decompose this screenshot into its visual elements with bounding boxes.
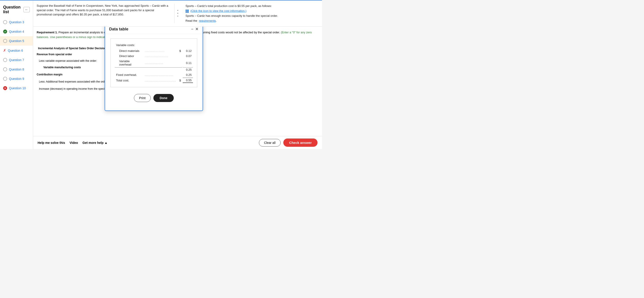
q9-status-icon [3, 77, 7, 81]
content-area: Suppose the Baseball Hall of Fame in Coo… [33, 1, 322, 149]
modal-close-button[interactable]: ✕ [195, 27, 198, 32]
sidebar-item-q6[interactable]: ✗ Question 6 [0, 46, 33, 55]
variable-overhead-dollar [178, 59, 182, 67]
sidebar-item-q3[interactable]: Question 3 [0, 18, 33, 27]
table-row: Direct labor ................... 0.07 [115, 54, 193, 58]
click-icon-link[interactable]: (Click the icon to view the cost informa… [190, 9, 246, 13]
context-right-line2: Sports – Cardz has enough excess capacit… [186, 14, 319, 18]
q5-status-icon [3, 39, 7, 43]
sidebar-collapse-button[interactable]: ← [24, 7, 30, 12]
context-divider: • • • [174, 4, 181, 23]
q7-status-icon [3, 58, 7, 62]
video-link[interactable]: Video [70, 141, 78, 145]
get-more-help-label: Get more help [82, 141, 104, 145]
sidebar-item-label: Question 9 [9, 77, 24, 81]
sidebar-title-text: Question list [3, 5, 24, 14]
variable-costs-label: Variable costs: [115, 43, 193, 48]
direct-labor-dots: ................... [143, 54, 177, 58]
total-cost-value: 0.55 [183, 78, 193, 83]
sidebar-item-q7[interactable]: Question 7 [0, 55, 33, 65]
q3-status-icon [3, 20, 7, 24]
sidebar-item-q10[interactable]: Question 10 [0, 84, 33, 93]
context-right: Sports – Cardz's total production cost i… [181, 4, 319, 23]
direct-materials-value: 0.12 [183, 49, 193, 53]
fixed-overhead-value: 0.25 [183, 73, 193, 77]
clear-all-button[interactable]: Clear all [259, 139, 281, 147]
q8-status-icon [3, 67, 7, 71]
data-table-inner: Variable costs: Direct materials .......… [110, 39, 197, 87]
sidebar-item-label: Question 4 [9, 30, 24, 33]
sidebar-item-label: Question 8 [9, 68, 24, 71]
get-more-help-link[interactable]: Get more help ▲ [82, 141, 108, 145]
requirements-link[interactable]: requirements [199, 19, 216, 22]
q10-status-icon [3, 86, 7, 90]
table-row: 0.25 [115, 67, 193, 72]
sidebar-item-label: Question 5 [9, 39, 24, 43]
sidebar-item-label: Question 3 [9, 20, 24, 24]
modal-footer: Print Done [110, 92, 197, 106]
check-answer-button[interactable]: Check answer [283, 138, 318, 147]
context-left: Suppose the Baseball Hall of Fame in Coo… [37, 4, 174, 23]
context-right-icon-line: (Click the icon to view the cost informa… [186, 9, 319, 14]
context-right-line1-text: Sports – Cardz's total production cost i… [186, 4, 272, 8]
context-right-line3: Read the requirements. [186, 18, 319, 23]
table-row: Variable overhead ............... 0.11 [115, 59, 193, 67]
modal-body: Variable costs: Direct materials .......… [105, 34, 202, 111]
app-container: Question list ← Question 3 Question 4 Qu… [0, 0, 322, 149]
variable-overhead-dots: ............... [143, 59, 177, 67]
modal-header: Data table − ✕ [105, 27, 202, 34]
context-right-line2-text: Sports – Cardz has enough excess capacit… [186, 14, 278, 18]
sidebar: Question list ← Question 3 Question 4 Qu… [0, 1, 33, 149]
footer-bar: Help me solve this Video Get more help ▲… [33, 136, 322, 149]
direct-materials-label: Direct materials [115, 49, 143, 53]
requirement-label: Requirement 1. [37, 31, 58, 34]
variable-subtotal: 0.25 [183, 67, 193, 72]
divider-dots: • • • [176, 10, 180, 17]
modal-minimize-button[interactable]: − [191, 27, 194, 32]
direct-labor-dollar [178, 54, 182, 58]
help-solve-link[interactable]: Help me solve this [38, 141, 65, 145]
context-left-text: Suppose the Baseball Hall of Fame in Coo… [37, 4, 168, 16]
sidebar-item-q4[interactable]: Question 4 [0, 27, 33, 36]
variable-overhead-label: Variable overhead [115, 59, 143, 67]
modal-print-button[interactable]: Print [134, 94, 151, 102]
q6-status-icon: ✗ [3, 48, 6, 53]
modal-title: Data table [109, 27, 128, 32]
context-right-line1: Sports – Cardz's total production cost i… [186, 4, 319, 9]
sidebar-item-q8[interactable]: Question 8 [0, 65, 33, 74]
main-area: Question list ← Question 3 Question 4 Qu… [0, 1, 322, 149]
data-table-modal: Data table − ✕ Variable costs: [105, 27, 203, 111]
question-context: Suppose the Baseball Hall of Fame in Coo… [33, 1, 322, 27]
sidebar-item-label: Question 6 [8, 49, 23, 52]
total-cost-dots: ......................... [143, 78, 177, 83]
footer-bar-right: Clear all Check answer [259, 138, 318, 147]
table-row: Direct materials ................ $ 0.12 [115, 49, 193, 53]
fixed-overhead-dollar [178, 73, 182, 77]
chevron-up-icon: ▲ [104, 141, 108, 145]
q4-status-icon [3, 30, 7, 34]
sidebar-item-q5[interactable]: Question 5 [0, 36, 33, 46]
total-cost-label: Total cost. [115, 78, 143, 83]
total-cost-dollar: $ [178, 78, 182, 83]
sidebar-item-label: Question 10 [9, 86, 26, 90]
modal-done-button[interactable]: Done [154, 94, 174, 102]
fixed-overhead-label: Fixed overhead. [115, 73, 143, 77]
sidebar-title: Question list ← [0, 3, 33, 18]
sidebar-item-label: Question 7 [9, 58, 24, 62]
direct-materials-dots: ................ [143, 49, 177, 53]
context-right-line3-text: Read the [186, 19, 198, 22]
direct-labor-value: 0.07 [183, 54, 193, 58]
table-row: Fixed overhead. ....................... … [115, 73, 193, 77]
sidebar-item-q9[interactable]: Question 9 [0, 74, 33, 84]
table-row: Variable costs: [115, 43, 193, 48]
grid-icon [186, 10, 189, 13]
modal-controls: − ✕ [191, 27, 198, 32]
variable-overhead-value: 0.11 [183, 59, 193, 67]
table-row: Total cost. ......................... $ … [115, 78, 193, 83]
direct-materials-dollar: $ [178, 49, 182, 53]
direct-labor-label: Direct labor [115, 54, 143, 58]
fixed-overhead-dots: ....................... [143, 73, 177, 77]
footer-bar-left: Help me solve this Video Get more help ▲ [38, 141, 254, 145]
question-body: Requirement 1. Prepare an incremental an… [33, 27, 322, 136]
